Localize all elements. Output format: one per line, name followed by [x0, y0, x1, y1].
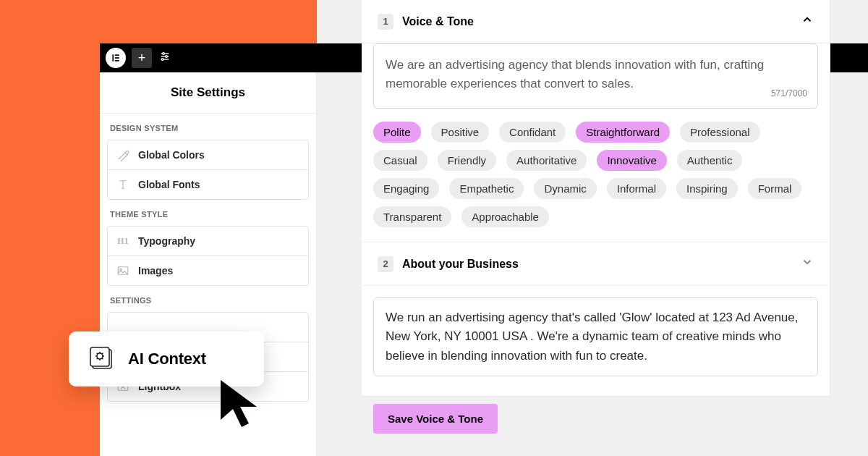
char-counter: 571/7000 — [771, 87, 807, 101]
tone-chip[interactable]: Straightforward — [576, 122, 670, 143]
accordion-title: Voice & Tone — [402, 15, 792, 28]
tone-chip-list: PolitePositiveConfidantStraightforwardPr… — [373, 122, 818, 227]
settings-sliders-icon[interactable] — [159, 51, 171, 65]
sidebar-item-typography[interactable]: H1 Typography — [108, 227, 308, 256]
tone-chip[interactable]: Friendly — [438, 150, 496, 171]
tone-chip[interactable]: Innovative — [597, 150, 666, 171]
save-voice-tone-button[interactable]: Save Voice & Tone — [373, 404, 498, 434]
sidebar-item-label: Images — [138, 265, 173, 276]
tone-chip[interactable]: Polite — [373, 122, 421, 143]
sidebar-item-label: Global Fonts — [138, 179, 200, 190]
sidebar-title: Site Settings — [100, 72, 316, 114]
voice-tone-textarea[interactable]: We are an advertising agency that blends… — [373, 43, 818, 109]
svg-rect-1 — [115, 54, 119, 56]
tone-chip[interactable]: Casual — [373, 150, 427, 171]
accordion-title: About your Business — [402, 258, 792, 271]
chevron-up-icon — [801, 13, 814, 30]
tone-chip[interactable]: Inspiring — [676, 178, 738, 199]
image-icon — [116, 264, 129, 277]
tone-chip[interactable]: Formal — [748, 178, 802, 199]
tone-chip[interactable]: Professional — [680, 122, 760, 143]
about-text: We run an advertising agency that's call… — [386, 311, 798, 363]
section-label-theme-style: Theme Style — [100, 200, 316, 226]
step-number: 1 — [378, 14, 393, 30]
palette-icon — [116, 148, 129, 161]
ai-context-icon — [89, 346, 115, 372]
svg-point-7 — [163, 53, 165, 55]
tone-chip[interactable]: Transparent — [373, 206, 451, 227]
about-textarea[interactable]: We run an advertising agency that's call… — [373, 297, 818, 376]
about-body: We run an advertising agency that's call… — [362, 286, 830, 388]
chevron-down-icon — [801, 256, 814, 272]
tone-chip[interactable]: Engaging — [373, 178, 439, 199]
elementor-logo[interactable] — [106, 48, 126, 68]
sidebar-item-images[interactable]: Images — [108, 256, 308, 285]
settings-sidebar: Site Settings Design System Global Color… — [100, 72, 317, 456]
step-number: 2 — [378, 256, 393, 272]
ai-context-label: AI Context — [128, 350, 206, 368]
h1-icon: H1 — [116, 235, 129, 248]
tone-chip[interactable]: Confidant — [499, 122, 566, 143]
accordion-header-about[interactable]: 2 About your Business — [362, 242, 830, 286]
sidebar-item-global-fonts[interactable]: Global Fonts — [108, 169, 308, 199]
svg-point-9 — [161, 59, 163, 61]
svg-rect-3 — [115, 60, 119, 62]
tone-chip[interactable]: Approachable — [461, 206, 549, 227]
section-label-design-system: Design System — [100, 114, 316, 140]
voice-tone-panel: 1 Voice & Tone We are an advertising age… — [362, 0, 830, 397]
accordion-header-voice-tone[interactable]: 1 Voice & Tone — [362, 0, 830, 43]
svg-rect-17 — [90, 347, 109, 366]
voice-tone-body: We are an advertising agency that blends… — [362, 43, 830, 242]
sidebar-item-global-colors[interactable]: Global Colors — [108, 140, 308, 169]
tone-chip[interactable]: Authentic — [677, 150, 743, 171]
svg-point-8 — [166, 56, 168, 58]
section-label-settings: Settings — [100, 286, 316, 312]
tone-chip[interactable]: Empathetic — [449, 178, 524, 199]
voice-tone-text: We are an advertising agency that blends… — [386, 58, 764, 90]
tone-chip[interactable]: Authoritative — [506, 150, 587, 171]
type-icon — [116, 178, 129, 191]
svg-rect-0 — [112, 54, 114, 61]
svg-rect-2 — [115, 57, 119, 59]
tone-chip[interactable]: Informal — [607, 178, 666, 199]
cursor-pointer-icon — [217, 376, 268, 434]
tone-chip[interactable]: Positive — [431, 122, 490, 143]
sidebar-item-label: Global Colors — [138, 149, 205, 161]
tone-chip[interactable]: Dynamic — [534, 178, 596, 199]
sidebar-item-label: Typography — [138, 235, 195, 247]
add-element-button[interactable]: + — [132, 48, 152, 68]
